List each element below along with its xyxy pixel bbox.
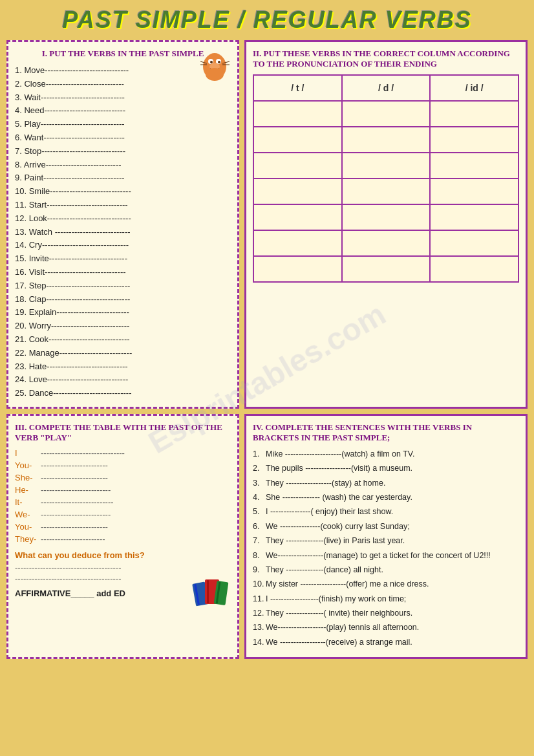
- verb-list-item: 15. Invite----------------------------: [15, 252, 231, 266]
- pronunciation-cell: [430, 178, 518, 204]
- section-iv-header: IV. COMPLETE THE SENTENCES WITH THE VERB…: [253, 422, 519, 443]
- verb-list-item: 7. Stop------------------------------: [15, 145, 231, 158]
- verb-list-item: 3. Wait------------------------------: [15, 91, 231, 105]
- verb-list-item: 14. Cry-------------------------------: [15, 239, 231, 252]
- sentence-list-item: We-----------------(manage) to get a tic…: [253, 550, 519, 562]
- svg-point-5: [218, 61, 220, 63]
- play-row: You-------------------------: [15, 522, 231, 532]
- answer-dashes: ------------------------: [41, 473, 231, 482]
- main-grid: I. PUT THE VERBS IN THE PAST SIMPLE: [6, 40, 528, 659]
- page-title: PAST SIMPLE / REGULAR VERBS: [62, 6, 471, 33]
- section-ii: II. PUT THESE VERBS IN THE CORRECT COLUM…: [244, 40, 528, 409]
- pronunciation-table: / t / / d / / id /: [253, 74, 519, 283]
- verb-list-item: 18. Clap------------------------------: [15, 293, 231, 307]
- pronunciation-cell: [253, 127, 342, 153]
- verb-list-item: 6. Want-----------------------------: [15, 131, 231, 145]
- sentence-list-item: We -----------------(receive) a strange …: [253, 636, 519, 649]
- pronoun-label: She-: [15, 473, 41, 482]
- section-i: I. PUT THE VERBS IN THE PAST SIMPLE: [6, 40, 239, 409]
- pronunciation-cell: [253, 101, 342, 127]
- verb-list-item: 4. Need-----------------------------: [15, 104, 231, 118]
- pronoun-label: You-: [15, 460, 41, 470]
- pronunciation-cell: [253, 153, 342, 178]
- verb-list-item: 21. Cook-----------------------------: [15, 333, 231, 347]
- pronunciation-cell: [342, 204, 431, 230]
- play-row: We--------------------------: [15, 510, 231, 519]
- sentence-list-item: She -------------- (wash) the car yester…: [253, 491, 519, 504]
- play-row: She-------------------------: [15, 473, 231, 482]
- verb-list-item: 16. Visit-----------------------------: [15, 266, 231, 279]
- sentence-list-item: They --------------(dance) all night.: [253, 564, 519, 576]
- pronunciation-cell: [253, 230, 342, 256]
- answer-dashes: -------------------------: [41, 485, 231, 495]
- svg-rect-15: [207, 580, 209, 603]
- pronunciation-cell: [253, 204, 342, 230]
- verb-list-item: 19. Explain--------------------------: [15, 306, 231, 319]
- verb-list-item: 22. Manage--------------------------: [15, 347, 231, 360]
- col-d: / d /: [342, 75, 431, 101]
- verb-list-item: 23. Hate-----------------------------: [15, 360, 231, 374]
- pronunciation-cell: [342, 256, 431, 282]
- section-iii-header: III. COMPETE THE TABLE WITH THE PAST OF …: [15, 422, 231, 443]
- verb-list-item: 12. Look------------------------------: [15, 212, 231, 226]
- svg-point-4: [210, 61, 213, 63]
- pronunciation-cell: [253, 178, 342, 204]
- pronoun-label: They-: [15, 534, 41, 544]
- verb-list-item: 24. Love-----------------------------: [15, 373, 231, 387]
- pronunciation-cell: [253, 256, 342, 282]
- sentence-list-item: They --------------(live) in Paris last …: [253, 535, 519, 547]
- answer-dashes: -------------------------: [41, 510, 231, 519]
- sentence-list-item: Mike ---------------------(watch) a film…: [253, 448, 519, 460]
- col-t: / t /: [253, 75, 342, 101]
- pronunciation-cell: [430, 230, 518, 256]
- verb-list-item: 8. Arrive---------------------------: [15, 158, 231, 172]
- verb-list-item: 20. Worry----------------------------: [15, 319, 231, 333]
- sentence-list-item: The pupils -----------------(visit) a mu…: [253, 462, 519, 475]
- sentence-list-item: They -----------------(stay) at home.: [253, 477, 519, 490]
- verb-list-item: 17. Step------------------------------: [15, 279, 231, 293]
- pronoun-label: I: [15, 448, 41, 458]
- pronunciation-cell: [430, 256, 518, 282]
- verb-list-item: 13. Watch ---------------------------: [15, 226, 231, 239]
- pronunciation-cell: [342, 101, 431, 127]
- verb-list: 1. Move------------------------------2. …: [15, 64, 231, 400]
- verb-list-item: 25. Dance----------------------------: [15, 387, 231, 400]
- sentence-list: Mike ---------------------(watch) a film…: [253, 448, 519, 649]
- answer-dashes: --------------------------: [41, 497, 231, 507]
- pronunciation-cell: [430, 101, 518, 127]
- play-row: It---------------------------: [15, 497, 231, 507]
- play-row: He--------------------------: [15, 485, 231, 495]
- title-bar: PAST SIMPLE / REGULAR VERBS: [6, 6, 528, 34]
- pronoun-label: We-: [15, 510, 41, 519]
- pronunciation-cell: [430, 204, 518, 230]
- sentence-list-item: I ---------------( enjoy) their last sho…: [253, 506, 519, 518]
- play-table: I------------------------------You------…: [15, 448, 231, 544]
- pronunciation-cell: [342, 178, 431, 204]
- answer-dashes: ------------------------------: [41, 448, 231, 458]
- sentence-list-item: My sister -----------------(offer) me a …: [253, 578, 519, 590]
- answer-dashes: ------------------------: [41, 460, 231, 470]
- play-row: They------------------------: [15, 534, 231, 544]
- verb-list-item: 11. Start-----------------------------: [15, 199, 231, 212]
- sentence-list-item: I ------------------(finish) my work on …: [253, 593, 519, 605]
- garfield-svg: [197, 47, 233, 83]
- play-row: I------------------------------: [15, 448, 231, 458]
- section-ii-header: II. PUT THESE VERBS IN THE CORRECT COLUM…: [253, 49, 519, 69]
- sentence-list-item: They --------------( invite) their neigh…: [253, 607, 519, 620]
- books-svg: [191, 570, 233, 612]
- pronunciation-cell: [342, 153, 431, 178]
- pronoun-label: You-: [15, 522, 41, 532]
- pronoun-label: It-: [15, 497, 41, 507]
- deduce-label: What can you deduce from this?: [15, 550, 145, 560]
- pronunciation-cell: [342, 127, 431, 153]
- play-row: You-------------------------: [15, 460, 231, 470]
- col-id: / id /: [430, 75, 518, 101]
- section-iv: IV. COMPLETE THE SENTENCES WITH THE VERB…: [244, 414, 528, 659]
- sentence-list-item: We ---------------(cook) curry last Sund…: [253, 521, 519, 533]
- books-image: [189, 567, 234, 612]
- pronoun-label: He-: [15, 485, 41, 495]
- verb-list-item: 9. Paint-----------------------------: [15, 171, 231, 185]
- answer-dashes: -----------------------: [41, 534, 231, 544]
- verb-list-item: 5. Play------------------------------: [15, 118, 231, 131]
- verb-list-item: 10. Smile-----------------------------: [15, 185, 231, 199]
